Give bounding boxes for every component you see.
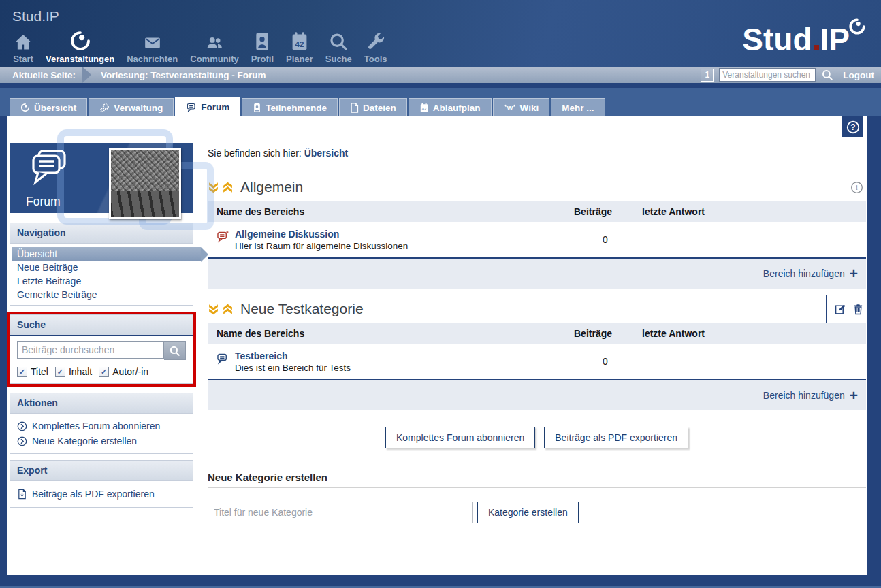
- drag-handle[interactable]: [208, 348, 212, 374]
- checkbox-autor[interactable]: ✓: [99, 367, 109, 377]
- actions-widget-title: Aktionen: [10, 393, 193, 414]
- category-title: Neue Testkategorie: [240, 301, 364, 317]
- table-header: Name des Bereichs Beiträge letzte Antwor…: [208, 201, 866, 222]
- action-export-pdf[interactable]: Beiträge als PDF exportieren: [10, 487, 193, 502]
- files-icon: [350, 103, 359, 113]
- forum-icon: [186, 102, 197, 112]
- course-photo-desks: [111, 191, 179, 217]
- tab-verwaltung[interactable]: Verwaltung: [89, 98, 174, 116]
- forum-search-input[interactable]: [17, 341, 164, 359]
- logout-link[interactable]: Logout: [843, 70, 874, 80]
- nav-item-suche[interactable]: Suche: [319, 29, 358, 64]
- course-photo: [109, 148, 181, 219]
- nav-item-start[interactable]: Start: [7, 29, 39, 64]
- expand-category-icon[interactable]: [222, 304, 234, 315]
- page-frame: ? Forum Navigation: [0, 116, 881, 575]
- svg-text:42: 42: [422, 107, 426, 111]
- nav-item-profil[interactable]: Profil: [245, 29, 280, 64]
- forum-area-link[interactable]: Testbereich: [235, 350, 351, 361]
- table-row: Testbereich Dies ist ein Bereich für Tes…: [208, 344, 866, 380]
- posts-count: 0: [574, 356, 637, 367]
- forum-banner-icon: [27, 148, 69, 188]
- plus-icon: +: [850, 267, 858, 280]
- sidebar-item-uebersicht[interactable]: Übersicht: [12, 247, 201, 261]
- tab-ablaufplan[interactable]: 42 Ablaufplan: [409, 98, 492, 116]
- course-tabbar: Übersicht Verwaltung Forum Teilnehmende …: [0, 88, 881, 116]
- schedule-icon: 42: [419, 103, 429, 113]
- help-button[interactable]: ?: [842, 116, 863, 137]
- admin-gears-icon: [99, 103, 110, 113]
- nav-item-veranstaltungen[interactable]: Veranstaltungen: [39, 29, 121, 64]
- filter-inhalt[interactable]: ✓ Inhalt: [55, 366, 92, 377]
- quicksearch-counter[interactable]: 1: [701, 69, 714, 82]
- studip-logo: Stud IP: [742, 18, 866, 53]
- pdf-export-icon: [17, 489, 27, 500]
- app-brand: Stud.IP: [12, 8, 59, 24]
- forum-area-icon: [217, 352, 229, 365]
- new-category-heading: Neue Kategorie erstellen: [208, 472, 866, 488]
- filter-titel[interactable]: ✓ Titel: [17, 366, 48, 377]
- seminar-icon: [69, 29, 91, 52]
- info-icon[interactable]: i: [850, 181, 863, 194]
- sidebar-item-gemerkte-beitraege[interactable]: Gemerkte Beiträge: [10, 288, 193, 301]
- profile-icon: [253, 29, 271, 52]
- tab-mehr[interactable]: Mehr ...: [551, 98, 605, 116]
- edit-category-icon[interactable]: [835, 304, 846, 315]
- breadcrumb-arrow-icon: [82, 67, 91, 83]
- search-widget-title: Suche: [10, 315, 193, 336]
- export-widget-title: Export: [10, 461, 193, 481]
- arrow-circle-icon: [17, 421, 27, 431]
- category-allgemein: Allgemein i Name des Bereichs Beiträge l…: [208, 174, 866, 289]
- forum-area-new-icon: [217, 230, 229, 243]
- table-row: Allgemeine Diskussion Hier ist Raum für …: [208, 222, 866, 259]
- sidebar-context-title: Forum: [26, 195, 61, 209]
- checkbox-inhalt[interactable]: ✓: [55, 367, 65, 377]
- action-subscribe-forum[interactable]: Komplettes Forum abonnieren: [10, 419, 193, 434]
- logo-swirl-icon: [848, 18, 866, 35]
- sidebar-item-neue-beitraege[interactable]: Neue Beiträge: [10, 261, 193, 274]
- tab-forum[interactable]: Forum: [175, 97, 240, 116]
- svg-text:42: 42: [295, 40, 304, 48]
- header-divider: [0, 83, 881, 88]
- tab-dateien[interactable]: Dateien: [339, 98, 407, 116]
- forum-search-button[interactable]: [164, 341, 186, 360]
- expand-category-icon[interactable]: [222, 182, 234, 193]
- checkbox-titel[interactable]: ✓: [17, 367, 27, 377]
- navigation-widget: Navigation Übersicht Neue Beiträge Letzt…: [10, 223, 193, 306]
- main-area: Sie befinden sich hier: Übersicht Allgem…: [208, 116, 866, 523]
- wiki-icon: W: [504, 103, 516, 112]
- export-widget: Export Beiträge als PDF exportieren: [10, 460, 193, 508]
- drag-handle[interactable]: [861, 348, 865, 374]
- drag-handle[interactable]: [861, 227, 865, 252]
- export-pdf-button[interactable]: Beiträge als PDF exportieren: [544, 427, 688, 448]
- page-footer: [0, 575, 881, 588]
- subscribe-forum-button[interactable]: Komplettes Forum abonnieren: [385, 427, 535, 448]
- action-new-category[interactable]: Neue Kategorie erstellen: [10, 434, 193, 448]
- nav-item-planer[interactable]: 42 Planer: [280, 29, 319, 64]
- category-neue-testkategorie: Neue Testkategorie Name des Bereichs Bei…: [208, 295, 866, 410]
- create-category-button[interactable]: Kategorie erstellen: [477, 502, 579, 523]
- filter-autor[interactable]: ✓ Autor/-in: [99, 366, 148, 377]
- actions-widget: Aktionen Komplettes Forum abonnieren Neu…: [10, 393, 193, 454]
- course-search-icon[interactable]: [821, 69, 833, 81]
- nav-item-tools[interactable]: Tools: [358, 29, 394, 64]
- tab-teilnehmende[interactable]: Teilnehmende: [242, 98, 338, 116]
- course-search-input[interactable]: [719, 68, 816, 82]
- add-area-link[interactable]: Bereich hinzufügen +: [763, 267, 858, 280]
- tools-icon: [366, 29, 386, 52]
- community-icon: [204, 29, 225, 52]
- add-area-link[interactable]: Bereich hinzufügen +: [763, 389, 858, 402]
- delete-category-icon[interactable]: [853, 304, 863, 315]
- location-current-link[interactable]: Übersicht: [304, 148, 349, 159]
- svg-text:i: i: [856, 184, 858, 191]
- nav-item-community[interactable]: Community: [184, 29, 245, 64]
- tab-wiki[interactable]: W Wiki: [493, 98, 550, 116]
- posts-count: 0: [574, 234, 637, 245]
- forum-area-link[interactable]: Allgemeine Diskussion: [235, 229, 408, 240]
- drag-handle[interactable]: [208, 227, 212, 252]
- new-category-title-input[interactable]: [208, 502, 473, 523]
- collapse-category-icon[interactable]: [208, 304, 219, 315]
- nav-item-nachrichten[interactable]: Nachrichten: [121, 29, 184, 64]
- tab-uebersicht[interactable]: Übersicht: [10, 98, 87, 116]
- sidebar-item-letzte-beitraege[interactable]: Letzte Beiträge: [10, 274, 193, 288]
